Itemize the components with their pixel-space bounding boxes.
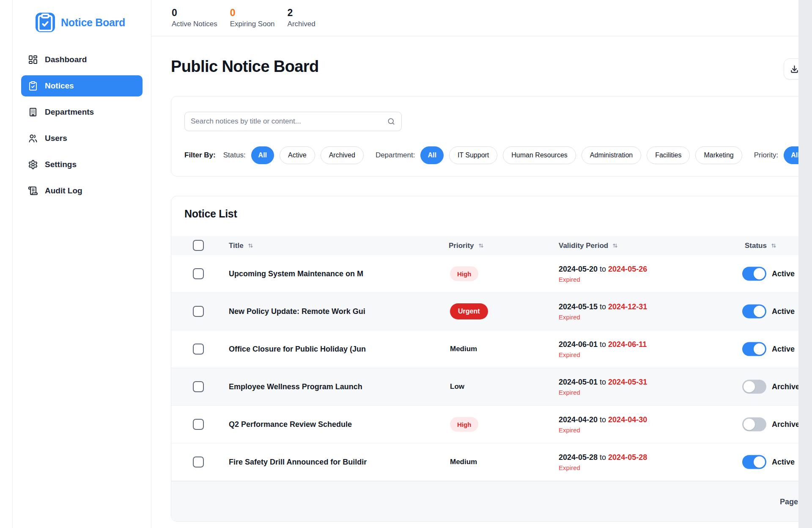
- row-checkbox[interactable]: [193, 344, 204, 355]
- sidebar-item-users[interactable]: Users: [21, 128, 143, 149]
- toggle-knob: [743, 419, 755, 430]
- priority-cell: Urgent: [450, 303, 488, 319]
- sidebar-item-label: Settings: [45, 160, 77, 169]
- filter-card: Filter By: Status:AllActiveArchivedDepar…: [171, 96, 812, 176]
- stats-bar: 0Active Notices0Expiring Soon2Archived: [151, 0, 812, 36]
- sidebar-item-audit-log[interactable]: Audit Log: [21, 180, 143, 201]
- row-checkbox[interactable]: [193, 419, 204, 430]
- row-checkbox[interactable]: [193, 381, 204, 392]
- stat-label: Active Notices: [172, 20, 217, 28]
- status-label: Active: [772, 458, 795, 467]
- row-checkbox[interactable]: [193, 268, 204, 279]
- validity-cell: 2024-05-01 to 2024-05-31Expired: [559, 378, 647, 396]
- sort-icon: [611, 242, 619, 250]
- priority-text: Medium: [450, 458, 477, 466]
- validity-cell: 2024-06-01 to 2024-06-11Expired: [559, 340, 647, 358]
- notice-list-card: Notice List TitlePriorityValidity Period…: [171, 196, 812, 522]
- main-area: 0Active Notices0Expiring Soon2Archived P…: [151, 0, 812, 528]
- stat-archived: 2Archived: [288, 8, 315, 28]
- status-toggle[interactable]: [742, 380, 766, 394]
- building-icon: [28, 107, 38, 117]
- validity-range: 2024-05-15 to 2024-12-31: [559, 302, 647, 311]
- table-row: Employee Wellness Program LaunchLow2024-…: [171, 368, 812, 406]
- priority-cell: High: [450, 417, 478, 432]
- priority-cell: Medium: [450, 458, 477, 466]
- page-title: Public Notice Board: [171, 58, 319, 76]
- table-body: Upcoming System Maintenance on MHigh2024…: [171, 255, 812, 481]
- status-cell: Active: [742, 342, 795, 356]
- validity-end: 2024-06-11: [608, 340, 647, 349]
- sidebar-item-settings[interactable]: Settings: [21, 154, 143, 175]
- notice-title: Employee Wellness Program Launch: [229, 382, 376, 391]
- column-label: Status: [745, 242, 767, 250]
- stat-value: 0: [172, 8, 217, 18]
- validity-end: 2024-05-31: [608, 378, 647, 386]
- filter-pill-human-resources[interactable]: Human Resources: [503, 146, 576, 164]
- toggle-knob: [754, 306, 765, 317]
- column-label: Title: [229, 242, 244, 250]
- filter-pill-marketing[interactable]: Marketing: [695, 146, 742, 164]
- filter-group-label: Department:: [376, 151, 415, 160]
- users-icon: [28, 133, 38, 143]
- validity-start: 2024-05-20: [559, 265, 598, 273]
- filter-pill-administration[interactable]: Administration: [582, 146, 641, 164]
- priority-badge: High: [450, 267, 478, 281]
- table-footer: Page: [171, 481, 812, 522]
- stat-active-notices: 0Active Notices: [172, 8, 217, 28]
- status-toggle[interactable]: [742, 342, 766, 356]
- column-header-title[interactable]: Title: [229, 236, 255, 255]
- expired-label: Expired: [559, 389, 647, 396]
- status-toggle[interactable]: [742, 267, 766, 281]
- sidebar-item-notices[interactable]: Notices: [21, 75, 143, 96]
- column-label: Validity Period: [559, 242, 608, 250]
- status-toggle[interactable]: [742, 455, 766, 469]
- filter-group-label: Priority:: [754, 151, 779, 160]
- status-label: Active: [772, 307, 795, 316]
- column-header-priority[interactable]: Priority: [449, 236, 485, 255]
- status-toggle[interactable]: [742, 418, 766, 432]
- column-header-status[interactable]: Status: [745, 236, 778, 255]
- stat-value: 2: [288, 8, 315, 18]
- validity-separator: to: [598, 378, 608, 386]
- row-checkbox[interactable]: [193, 456, 204, 468]
- sidebar-item-dashboard[interactable]: Dashboard: [21, 49, 143, 70]
- validity-end: 2024-12-31: [608, 302, 647, 311]
- select-all-checkbox[interactable]: [193, 240, 204, 251]
- validity-cell: 2024-05-20 to 2024-05-26Expired: [559, 265, 647, 283]
- table-header: TitlePriorityValidity PeriodStatus: [171, 236, 812, 255]
- validity-cell: 2024-04-20 to 2024-04-30Expired: [559, 415, 647, 434]
- sidebar-item-departments[interactable]: Departments: [21, 102, 143, 123]
- sidebar-item-label: Users: [45, 134, 67, 143]
- search-input[interactable]: [191, 117, 383, 126]
- status-cell: Archived: [742, 418, 804, 432]
- table-row: Q2 Performance Review ScheduleHigh2024-0…: [171, 406, 812, 443]
- sort-icon: [477, 242, 485, 250]
- filter-pill-all[interactable]: All: [251, 146, 274, 164]
- validity-separator: to: [598, 302, 608, 311]
- app-title: Notice Board: [61, 16, 125, 29]
- sidebar-item-label: Audit Log: [45, 186, 82, 195]
- filter-pill-facilities[interactable]: Facilities: [647, 146, 690, 164]
- notice-title: New Policy Update: Remote Work Gui: [229, 307, 376, 316]
- column-header-validity-period[interactable]: Validity Period: [559, 236, 619, 255]
- validity-separator: to: [598, 453, 608, 462]
- column-label: Priority: [449, 242, 474, 250]
- validity-cell: 2024-05-28 to 2024-05-28Expired: [559, 453, 647, 471]
- priority-cell: High: [450, 267, 478, 281]
- status-toggle[interactable]: [742, 305, 766, 319]
- validity-range: 2024-05-28 to 2024-05-28: [559, 453, 647, 462]
- validity-end: 2024-05-26: [608, 265, 647, 273]
- filter-pill-active[interactable]: Active: [280, 146, 315, 164]
- toggle-knob: [754, 456, 765, 468]
- validity-end: 2024-04-30: [608, 415, 647, 424]
- search-box: [184, 112, 402, 131]
- priority-text: Medium: [450, 345, 477, 353]
- row-checkbox[interactable]: [193, 306, 204, 317]
- validity-range: 2024-05-20 to 2024-05-26: [559, 265, 647, 274]
- sidebar-item-label: Departments: [45, 107, 94, 117]
- filter-pill-archived[interactable]: Archived: [321, 146, 364, 164]
- filter-pill-all[interactable]: All: [420, 146, 443, 164]
- content: Public Notice Board Filter By: Status:Al…: [151, 36, 812, 528]
- validity-cell: 2024-05-15 to 2024-12-31Expired: [559, 302, 647, 321]
- filter-pill-it-support[interactable]: IT Support: [449, 146, 497, 164]
